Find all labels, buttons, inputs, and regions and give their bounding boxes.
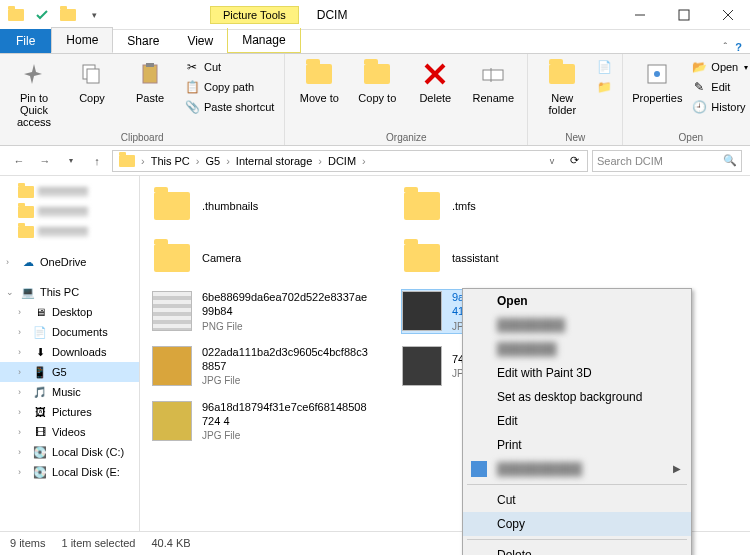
window-title: DCIM [317, 8, 348, 22]
recent-dropdown[interactable]: ▾ [60, 150, 82, 172]
ctx-copy[interactable]: Copy [463, 512, 691, 536]
history-icon: 🕘 [691, 99, 707, 115]
scissors-icon: ✂ [184, 59, 200, 75]
copy-button[interactable]: Copy [66, 58, 118, 104]
nav-videos[interactable]: ›🎞Videos [0, 422, 139, 442]
nav-music[interactable]: ›🎵Music [0, 382, 139, 402]
new-folder-icon [546, 58, 578, 90]
status-size: 40.4 KB [151, 537, 190, 549]
svg-rect-10 [483, 70, 503, 80]
qat-check-icon[interactable] [30, 3, 54, 27]
open-button[interactable]: 📂Open▾ [689, 58, 750, 76]
folder-thumbnails[interactable]: .thumbnails [152, 186, 372, 226]
group-new-label: New [565, 132, 585, 143]
paste-shortcut-button[interactable]: 📎Paste shortcut [182, 98, 276, 116]
rename-button[interactable]: Rename [467, 58, 519, 104]
status-selected: 1 item selected [61, 537, 135, 549]
svg-rect-5 [87, 69, 99, 83]
folder-camera[interactable]: Camera [152, 238, 372, 278]
nav-pictures[interactable]: ›🖼Pictures [0, 402, 139, 422]
file-item-3[interactable]: 022ada111ba2d3c9605c4bcf88c38857JPG File [152, 345, 372, 388]
nav-downloads[interactable]: ›⬇Downloads [0, 342, 139, 362]
nav-local-c[interactable]: ›💽Local Disk (C:) [0, 442, 139, 462]
easy-access-button[interactable]: 📁 [594, 78, 614, 96]
nav-desktop[interactable]: ›🖥Desktop [0, 302, 139, 322]
tab-file[interactable]: File [0, 29, 51, 53]
ctx-paint3d[interactable]: Edit with Paint 3D [463, 361, 691, 385]
tab-view[interactable]: View [173, 29, 227, 53]
copy-to-icon [361, 58, 393, 90]
ctx-print[interactable]: Print [463, 433, 691, 457]
group-organize-label: Organize [386, 132, 427, 143]
search-input[interactable]: Search DCIM 🔍 [592, 150, 742, 172]
cut-button[interactable]: ✂Cut [182, 58, 276, 76]
svg-rect-7 [146, 63, 154, 67]
search-icon: 🔍 [723, 154, 737, 167]
edit-button[interactable]: ✎Edit [689, 78, 750, 96]
ctx-open[interactable]: Open [463, 289, 691, 313]
rename-icon [477, 58, 509, 90]
nav-onedrive[interactable]: ›☁OneDrive [0, 252, 139, 272]
qat-folder-icon[interactable] [4, 3, 28, 27]
address-bar[interactable]: › This PC› G5› Internal storage› DCIM› v… [112, 150, 588, 172]
status-count: 9 items [10, 537, 45, 549]
folder-tmfs[interactable]: .tmfs [402, 186, 622, 226]
paste-button[interactable]: Paste [124, 58, 176, 104]
ctx-blurred-1[interactable]: ████████ [463, 313, 691, 337]
path-icon: 📋 [184, 79, 200, 95]
help-icon[interactable]: ? [735, 41, 742, 53]
file-item-5[interactable]: 96a18d18794f31e7ce6f68148508724 4JPG Fil… [152, 400, 372, 443]
pin-quick-access-button[interactable]: Pin to Quick access [8, 58, 60, 128]
address-dropdown-icon[interactable]: v [541, 150, 563, 172]
folder-tassistant[interactable]: tassistant [402, 238, 622, 278]
nav-this-pc[interactable]: ⌄💻This PC [0, 282, 139, 302]
pc-icon: 💻 [20, 284, 36, 300]
ctx-edit[interactable]: Edit [463, 409, 691, 433]
ctx-cut[interactable]: Cut [463, 488, 691, 512]
nav-quickaccess-2[interactable] [0, 202, 139, 222]
paste-icon [134, 58, 166, 90]
ctx-blurred-2[interactable]: ███████ [463, 337, 691, 361]
ribbon-collapse-icon[interactable]: ˆ [724, 41, 728, 53]
ctx-background[interactable]: Set as desktop background [463, 385, 691, 409]
tab-home[interactable]: Home [51, 27, 113, 53]
tab-share[interactable]: Share [113, 29, 173, 53]
delete-icon [419, 58, 451, 90]
maximize-button[interactable] [662, 0, 706, 29]
open-icon: 📂 [691, 59, 707, 75]
forward-button[interactable]: → [34, 150, 56, 172]
back-button[interactable]: ← [8, 150, 30, 172]
up-button[interactable]: ↑ [86, 150, 108, 172]
copy-path-button[interactable]: 📋Copy path [182, 78, 276, 96]
group-clipboard-label: Clipboard [121, 132, 164, 143]
properties-icon [641, 58, 673, 90]
move-to-button[interactable]: Move to [293, 58, 345, 104]
history-button[interactable]: 🕘History [689, 98, 750, 116]
properties-button[interactable]: Properties [631, 58, 683, 104]
new-folder-button[interactable]: New folder [536, 58, 588, 116]
navigation-pane[interactable]: ›☁OneDrive ⌄💻This PC ›🖥Desktop ›📄Documen… [0, 176, 140, 531]
nav-g5[interactable]: ›📱G5 [0, 362, 139, 382]
context-tab-picture-tools: Picture Tools [210, 6, 299, 24]
file-item-1[interactable]: 6be88699da6ea702d522e8337ae99b84PNG File [152, 290, 372, 333]
qat-dropdown-icon[interactable]: ▾ [82, 3, 106, 27]
copy-to-button[interactable]: Copy to [351, 58, 403, 104]
copy-icon [76, 58, 108, 90]
nav-quickaccess-3[interactable] [0, 222, 139, 242]
new-item-button[interactable]: 📄 [594, 58, 614, 76]
delete-button[interactable]: Delete [409, 58, 461, 104]
pin-icon [18, 58, 50, 90]
ctx-delete[interactable]: Delete [463, 543, 691, 555]
close-button[interactable] [706, 0, 750, 29]
move-icon [303, 58, 335, 90]
svg-rect-6 [143, 65, 157, 83]
refresh-button[interactable]: ⟳ [563, 150, 585, 172]
ctx-blurred-3[interactable]: ██████████▶ [463, 457, 691, 481]
nav-quickaccess-1[interactable] [0, 182, 139, 202]
minimize-button[interactable] [618, 0, 662, 29]
nav-local-e[interactable]: ›💽Local Disk (E: [0, 462, 139, 482]
context-menu: Open ████████ ███████ Edit with Paint 3D… [462, 288, 692, 555]
tab-manage[interactable]: Manage [227, 28, 300, 53]
nav-documents[interactable]: ›📄Documents [0, 322, 139, 342]
qat-folder-icon-2[interactable] [56, 3, 80, 27]
